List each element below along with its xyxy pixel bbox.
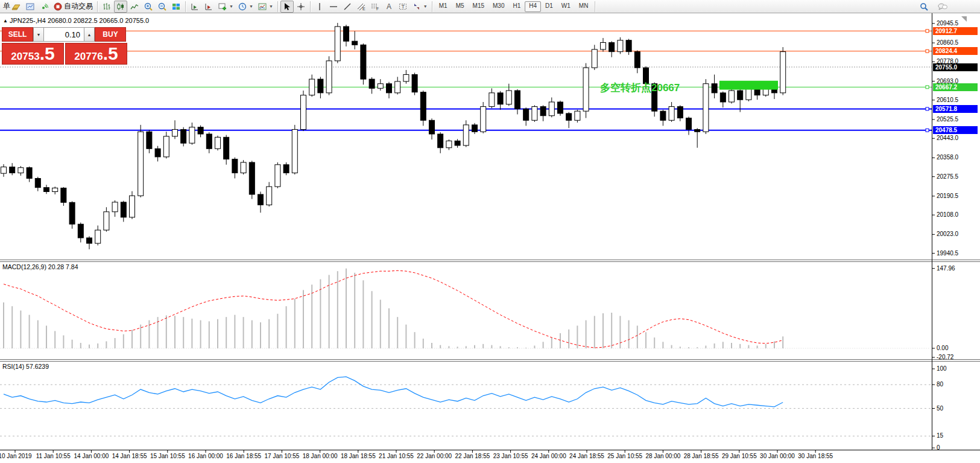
toolbar-separator: [277, 1, 278, 12]
timeframe-H4[interactable]: H4: [525, 1, 541, 12]
timeframe-M1[interactable]: M1: [435, 1, 452, 12]
time-axis-label: 15 Jan 10:55: [150, 453, 185, 459]
equidistant-channel-button[interactable]: E: [355, 1, 368, 13]
time-axis-label: 16 Jan 18:55: [226, 453, 261, 459]
rsi-axis-tick: 0: [937, 444, 940, 451]
fibonacci-icon: F: [370, 2, 380, 11]
sell-price[interactable]: 20753 .5: [2, 43, 64, 65]
crosshair-button[interactable]: [294, 1, 308, 13]
volume-input[interactable]: [44, 27, 84, 42]
tile-windows-button[interactable]: [169, 1, 183, 13]
price-line-badge: 20571.8: [933, 105, 978, 113]
buy-price[interactable]: 20776 .5: [65, 43, 127, 65]
periods-button[interactable]: ▼: [236, 1, 255, 13]
current-price-badge: 20755.0: [933, 63, 978, 71]
vertical-line-icon: [315, 2, 324, 11]
shift-end-button[interactable]: [188, 1, 201, 13]
chart-title: ▲ JPN225-,H4 20680.0 20822.5 20665.0 207…: [3, 17, 149, 24]
chevron-down-icon: ▼: [229, 4, 233, 8]
signal-button[interactable]: [37, 1, 51, 13]
sell-button[interactable]: SELL: [2, 27, 33, 42]
volume-decrease-button[interactable]: ▼: [33, 27, 44, 42]
label-button[interactable]: T: [396, 1, 409, 13]
bar-chart-button[interactable]: [100, 1, 113, 13]
macd-axis-tick: -20.72: [937, 354, 953, 360]
zoom-in-button[interactable]: [142, 1, 155, 13]
chart-annotation-text[interactable]: 多空转折点20667: [600, 81, 680, 95]
buy-price-main: 20776: [74, 46, 103, 67]
tile-windows-icon: [171, 2, 181, 11]
text-button[interactable]: A: [382, 1, 396, 13]
chart-ohlc-values: 20680.0 20822.5 20665.0 20755.0: [48, 17, 149, 24]
equidistant-channel-icon: E: [356, 2, 366, 11]
templates-button[interactable]: ▼: [256, 1, 275, 13]
timeframe-MN[interactable]: MN: [575, 1, 593, 12]
price-axis-tick: 19940.5: [937, 250, 958, 257]
price-axis-tick: 20525.5: [937, 116, 958, 123]
collapse-triangle-icon: ▲: [3, 18, 8, 24]
vertical-line-button[interactable]: [313, 1, 326, 13]
charts-window-button[interactable]: [24, 1, 37, 13]
volume-increase-button[interactable]: ▲: [84, 27, 95, 42]
time-axis-label: 30 Jan 00:00: [760, 453, 795, 459]
rsi-indicator-label: RSI(14) 57.6239: [2, 363, 49, 370]
one-click-trade-panel: SELL ▼ ▲ BUY 20753 .5 20776 .5: [2, 27, 128, 65]
time-axis-label: 25 Jan 10:55: [607, 453, 642, 459]
cursor-icon: [282, 2, 292, 11]
timeframe-H1[interactable]: H1: [508, 1, 525, 12]
timeframe-D1[interactable]: D1: [541, 1, 557, 12]
timeframe-M5[interactable]: M5: [452, 1, 469, 12]
autotrading-button[interactable]: 自动交易: [51, 1, 95, 13]
price-axis-tick: 20443.0: [937, 135, 958, 141]
text-icon: A: [384, 2, 394, 11]
line-chart-button[interactable]: [128, 1, 141, 13]
trendline-icon: [343, 2, 352, 11]
arrows-button[interactable]: ▼: [410, 1, 429, 13]
price-axis-tick: 20358.0: [937, 154, 958, 161]
timeframe-M15[interactable]: M15: [469, 1, 488, 12]
chat-button[interactable]: [935, 1, 950, 13]
fibonacci-button[interactable]: F: [368, 1, 382, 13]
time-axis-label: 24 Jan 00:00: [531, 453, 566, 459]
shift-end-icon: [190, 2, 200, 11]
toolbar-separator: [97, 1, 98, 12]
horizontal-line-button[interactable]: [327, 1, 340, 13]
candlestick-button[interactable]: [114, 1, 127, 13]
macd-layer: [4, 269, 783, 348]
sell-price-main: 20753: [11, 46, 39, 67]
candlestick-icon: [116, 2, 125, 11]
search-button[interactable]: [917, 1, 931, 13]
chevron-down-icon: ▼: [269, 4, 273, 8]
auto-scroll-button[interactable]: [202, 1, 215, 13]
time-axis-label: 29 Jan 10:55: [722, 453, 757, 459]
chart-symbol-period: JPN225-,H4: [10, 17, 46, 24]
chart-canvas[interactable]: [0, 0, 980, 463]
line-chart-icon: [130, 2, 139, 11]
buy-button[interactable]: BUY: [95, 27, 126, 42]
price-line-badge: 20912.7: [933, 27, 978, 35]
new-chart-button[interactable]: ▼: [216, 1, 235, 13]
price-axis-tick: 20860.5: [937, 39, 958, 46]
rsi-axis-tick: 80: [937, 381, 943, 388]
time-axis-label: 28 Jan 00:00: [645, 453, 680, 459]
mt4-window: 单 自动交易: [0, 0, 980, 463]
periods-icon: [238, 2, 247, 11]
horizontal-line-icon: [329, 2, 338, 11]
trendline-button[interactable]: [341, 1, 354, 13]
toolbar-separator: [185, 1, 186, 12]
highlight-rectangle-object[interactable]: [719, 81, 778, 90]
autotrading-icon: [53, 2, 63, 11]
zoom-out-icon: [157, 2, 167, 11]
timeframe-W1[interactable]: W1: [557, 1, 575, 12]
new-order-button[interactable]: 单: [1, 1, 23, 13]
macd-axis-tick: 0.00: [937, 345, 948, 351]
price-axis-tick: 20023.0: [937, 231, 958, 237]
zoom-out-button[interactable]: [156, 1, 169, 13]
autotrading-label: 自动交易: [64, 1, 93, 11]
time-axis-label: 28 Jan 18:55: [684, 453, 719, 459]
price-axis-tick: 20190.5: [937, 193, 958, 199]
chart-scroll-marker: [961, 16, 967, 22]
cursor-button[interactable]: [280, 1, 294, 13]
svg-text:E: E: [362, 7, 365, 11]
timeframe-M30[interactable]: M30: [488, 1, 508, 12]
